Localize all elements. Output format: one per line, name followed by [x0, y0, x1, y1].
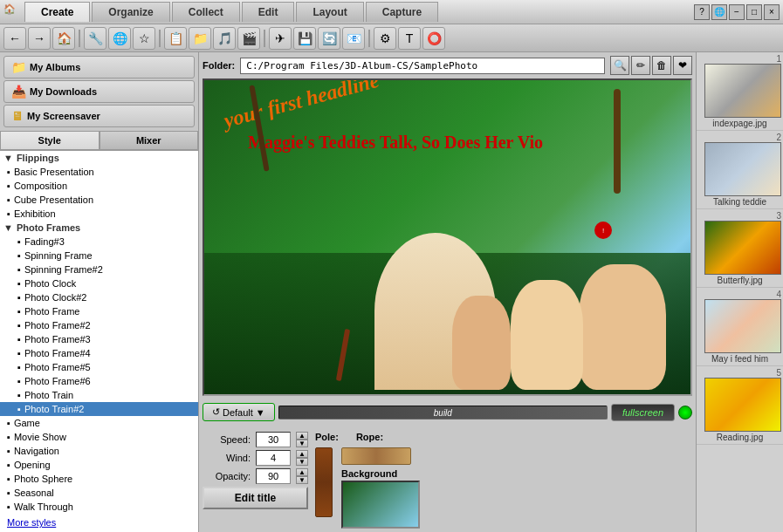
speed-down-button[interactable]: ▼: [296, 440, 308, 447]
maximize-button[interactable]: □: [746, 4, 762, 20]
my-screensaver-label: My Screensaver: [27, 111, 100, 121]
style-item-photo-train2[interactable]: ▪ Photo Train#2: [0, 402, 198, 416]
style-item-flippings[interactable]: ▼ Flippings: [0, 151, 198, 165]
opacity-up-button[interactable]: ▲: [296, 468, 308, 476]
music-button[interactable]: 🎵: [213, 27, 236, 50]
tab-capture[interactable]: Capture: [366, 2, 438, 22]
circle-button[interactable]: ⭕: [422, 27, 445, 50]
browse-button[interactable]: 🔍: [610, 56, 629, 75]
style-item-spinning-frame[interactable]: ▪ Spinning Frame: [0, 249, 198, 263]
settings-button[interactable]: 🔧: [84, 27, 106, 50]
right-panel: 1 indexpage.jpg 2 Talking teddie 3 Butte…: [696, 52, 783, 532]
refresh-button[interactable]: 🔄: [318, 27, 340, 50]
my-downloads-button[interactable]: 📥 My Downloads: [3, 80, 195, 103]
config-button[interactable]: ⚙: [374, 27, 396, 50]
item-icon: ▪: [17, 320, 21, 331]
expand-icon: ▼: [3, 153, 13, 163]
style-item-photo-clock2[interactable]: ▪ Photo Clock#2: [0, 290, 198, 304]
thumbnail-3[interactable]: 3 Butterfly.jpg: [697, 209, 783, 288]
forward-button[interactable]: →: [28, 27, 51, 50]
wind-down-button[interactable]: ▼: [296, 458, 308, 466]
edit-title-button[interactable]: Edit title: [203, 487, 308, 509]
folder-path-input[interactable]: [240, 58, 605, 74]
style-item-walk-through[interactable]: ▪ Walk Through: [0, 500, 198, 514]
mixer-tab[interactable]: Mixer: [100, 131, 199, 150]
tab-edit[interactable]: Edit: [242, 2, 295, 22]
style-item-seasonal[interactable]: ▪ Seasonal: [0, 486, 198, 500]
tab-create[interactable]: Create: [24, 2, 90, 22]
style-item-photo-frame[interactable]: ▪ Photo Frame: [0, 304, 198, 318]
opacity-label: Opacity:: [203, 471, 251, 481]
thumb-label-3: Butterfly.jpg: [698, 276, 781, 285]
favorite-button[interactable]: ❤: [673, 56, 692, 75]
style-item-basic-presentation[interactable]: ▪ Basic Presentation: [0, 165, 198, 179]
text-button[interactable]: T: [398, 27, 421, 50]
style-item-photo-sphere[interactable]: ▪ Photo Sphere: [0, 472, 198, 486]
thumbnail-1[interactable]: 1 indexpage.jpg: [697, 52, 783, 131]
web-button[interactable]: 🌐: [711, 4, 727, 20]
pole-rope-visuals: Background: [315, 447, 420, 529]
close-button[interactable]: ×: [764, 4, 780, 20]
thumb-label-2: Talking teddie: [698, 197, 781, 207]
more-styles-link[interactable]: More styles: [0, 514, 198, 531]
pole-rope-labels: Pole: Rope:: [315, 432, 420, 444]
tab-layout[interactable]: Layout: [296, 2, 363, 22]
style-item-photo-frame4[interactable]: ▪ Photo Frame#4: [0, 346, 198, 360]
speed-label: Speed:: [203, 434, 251, 445]
thumbnail-4[interactable]: 4 May i feed him: [697, 288, 783, 366]
video-button[interactable]: 🎬: [237, 27, 260, 50]
style-item-composition[interactable]: ▪ Composition: [0, 179, 198, 193]
style-item-fading3[interactable]: ▪ Fading#3: [0, 235, 198, 249]
default-button[interactable]: ↺ Default ▼: [203, 403, 275, 421]
style-item-photo-frame3[interactable]: ▪ Photo Frame#3: [0, 332, 198, 346]
style-item-opening[interactable]: ▪ Opening: [0, 458, 198, 472]
globe-button[interactable]: 🌐: [108, 27, 131, 50]
star-button[interactable]: ☆: [133, 27, 155, 50]
preview-text: Maggie's Teddies Talk, So Does Her Vio: [248, 133, 543, 153]
wind-input[interactable]: [256, 450, 291, 466]
style-item-exhibition[interactable]: ▪ Exhibition: [0, 207, 198, 221]
style-item-photo-frames[interactable]: ▼ Photo Frames: [0, 221, 198, 235]
back-button[interactable]: ←: [3, 27, 26, 50]
help-button[interactable]: ?: [694, 4, 710, 20]
email-button[interactable]: 📧: [342, 27, 365, 50]
thumbnail-2[interactable]: 2 Talking teddie: [697, 131, 783, 209]
speed-up-button[interactable]: ▲: [296, 432, 308, 440]
tab-organize[interactable]: Organize: [92, 2, 169, 22]
background-thumbnail[interactable]: [341, 481, 420, 529]
speed-input[interactable]: [256, 432, 291, 447]
opacity-input[interactable]: [256, 468, 291, 484]
style-item-photo-frame5[interactable]: ▪ Photo Frame#5: [0, 360, 198, 374]
style-item-photo-clock[interactable]: ▪ Photo Clock: [0, 276, 198, 290]
thumb-img-4: [704, 299, 781, 353]
style-item-photo-frame6[interactable]: ▪ Photo Frame#6: [0, 374, 198, 388]
style-item-photo-frame2[interactable]: ▪ Photo Frame#2: [0, 318, 198, 332]
style-item-movie-show[interactable]: ▪ Movie Show: [0, 430, 198, 444]
style-item-navigation[interactable]: ▪ Navigation: [0, 444, 198, 458]
clipboard-button[interactable]: 📋: [164, 27, 187, 50]
build-progress-bar[interactable]: build: [278, 406, 608, 419]
opacity-down-button[interactable]: ▼: [296, 476, 308, 484]
save-button[interactable]: 💾: [293, 27, 316, 50]
item-icon: ▪: [17, 404, 21, 414]
separator-1: [79, 30, 80, 47]
home-button[interactable]: 🏠: [52, 27, 75, 50]
wind-up-button[interactable]: ▲: [296, 450, 308, 458]
style-item-spinning-frame2[interactable]: ▪ Spinning Frame#2: [0, 263, 198, 276]
style-item-cube-presentation[interactable]: ▪ Cube Presentation: [0, 193, 198, 207]
minimize-button[interactable]: −: [729, 4, 745, 20]
style-item-game[interactable]: ▪ Game: [0, 416, 198, 430]
delete-button[interactable]: 🗑: [652, 56, 671, 75]
folder-button[interactable]: 📁: [189, 27, 211, 50]
my-screensaver-button[interactable]: 🖥 My Screensaver: [3, 105, 195, 127]
my-albums-button[interactable]: 📁 My Albums: [3, 56, 195, 78]
rope-label: Rope:: [356, 432, 383, 442]
fullscreen-button[interactable]: fullscreen: [611, 404, 675, 421]
tab-collect[interactable]: Collect: [172, 2, 240, 22]
style-tab[interactable]: Style: [0, 131, 100, 150]
preview-controls: ↺ Default ▼ build fullscreen: [203, 399, 692, 425]
style-item-photo-train[interactable]: ▪ Photo Train: [0, 388, 198, 402]
upload-button[interactable]: ✈: [269, 27, 292, 50]
thumbnail-5[interactable]: 5 Reading.jpg: [697, 366, 783, 445]
edit-button[interactable]: ✏: [631, 56, 650, 75]
